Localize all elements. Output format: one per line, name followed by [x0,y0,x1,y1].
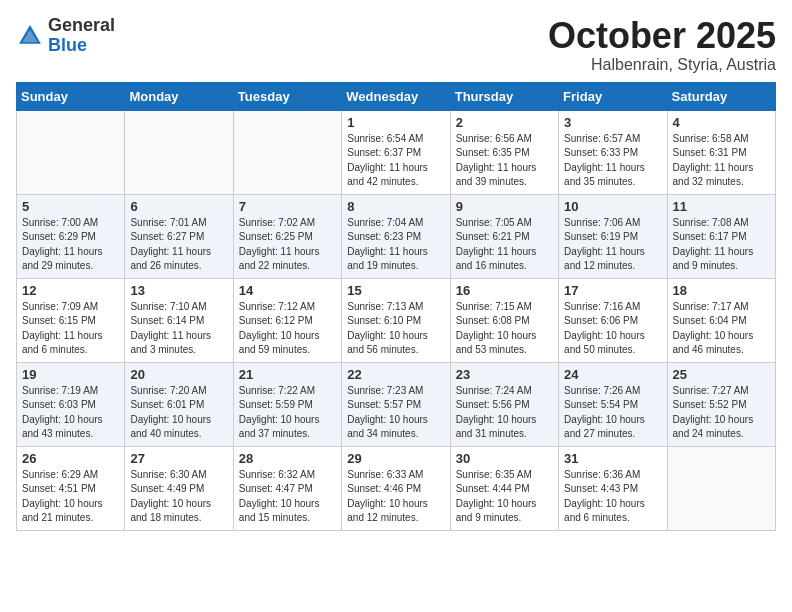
day-info: Sunrise: 7:00 AM Sunset: 6:29 PM Dayligh… [22,216,119,274]
calendar-week-row: 26Sunrise: 6:29 AM Sunset: 4:51 PM Dayli… [17,446,776,530]
weekday-header: Wednesday [342,82,450,110]
day-number: 16 [456,283,553,298]
calendar-cell: 30Sunrise: 6:35 AM Sunset: 4:44 PM Dayli… [450,446,558,530]
day-info: Sunrise: 7:13 AM Sunset: 6:10 PM Dayligh… [347,300,444,358]
calendar-cell: 13Sunrise: 7:10 AM Sunset: 6:14 PM Dayli… [125,278,233,362]
calendar-cell: 1Sunrise: 6:54 AM Sunset: 6:37 PM Daylig… [342,110,450,194]
calendar-cell [17,110,125,194]
day-info: Sunrise: 6:33 AM Sunset: 4:46 PM Dayligh… [347,468,444,526]
calendar-cell [667,446,775,530]
day-number: 2 [456,115,553,130]
day-number: 27 [130,451,227,466]
day-info: Sunrise: 7:27 AM Sunset: 5:52 PM Dayligh… [673,384,770,442]
calendar-week-row: 1Sunrise: 6:54 AM Sunset: 6:37 PM Daylig… [17,110,776,194]
title-block: October 2025 Halbenrain, Styria, Austria [548,16,776,74]
calendar-cell: 27Sunrise: 6:30 AM Sunset: 4:49 PM Dayli… [125,446,233,530]
calendar-cell [125,110,233,194]
calendar-cell [233,110,341,194]
day-info: Sunrise: 7:23 AM Sunset: 5:57 PM Dayligh… [347,384,444,442]
calendar-cell: 5Sunrise: 7:00 AM Sunset: 6:29 PM Daylig… [17,194,125,278]
day-number: 25 [673,367,770,382]
day-info: Sunrise: 7:01 AM Sunset: 6:27 PM Dayligh… [130,216,227,274]
weekday-header: Saturday [667,82,775,110]
day-info: Sunrise: 7:24 AM Sunset: 5:56 PM Dayligh… [456,384,553,442]
page-header: General Blue October 2025 Halbenrain, St… [16,16,776,74]
calendar: SundayMondayTuesdayWednesdayThursdayFrid… [16,82,776,531]
calendar-cell: 10Sunrise: 7:06 AM Sunset: 6:19 PM Dayli… [559,194,667,278]
calendar-cell: 3Sunrise: 6:57 AM Sunset: 6:33 PM Daylig… [559,110,667,194]
day-info: Sunrise: 7:09 AM Sunset: 6:15 PM Dayligh… [22,300,119,358]
day-number: 10 [564,199,661,214]
calendar-cell: 31Sunrise: 6:36 AM Sunset: 4:43 PM Dayli… [559,446,667,530]
calendar-cell: 8Sunrise: 7:04 AM Sunset: 6:23 PM Daylig… [342,194,450,278]
logo: General Blue [16,16,115,56]
day-number: 19 [22,367,119,382]
day-info: Sunrise: 7:26 AM Sunset: 5:54 PM Dayligh… [564,384,661,442]
calendar-cell: 29Sunrise: 6:33 AM Sunset: 4:46 PM Dayli… [342,446,450,530]
day-number: 1 [347,115,444,130]
calendar-cell: 20Sunrise: 7:20 AM Sunset: 6:01 PM Dayli… [125,362,233,446]
calendar-cell: 4Sunrise: 6:58 AM Sunset: 6:31 PM Daylig… [667,110,775,194]
calendar-cell: 21Sunrise: 7:22 AM Sunset: 5:59 PM Dayli… [233,362,341,446]
calendar-cell: 26Sunrise: 6:29 AM Sunset: 4:51 PM Dayli… [17,446,125,530]
day-number: 6 [130,199,227,214]
day-number: 3 [564,115,661,130]
calendar-cell: 18Sunrise: 7:17 AM Sunset: 6:04 PM Dayli… [667,278,775,362]
calendar-week-row: 12Sunrise: 7:09 AM Sunset: 6:15 PM Dayli… [17,278,776,362]
day-info: Sunrise: 6:36 AM Sunset: 4:43 PM Dayligh… [564,468,661,526]
calendar-cell: 12Sunrise: 7:09 AM Sunset: 6:15 PM Dayli… [17,278,125,362]
weekday-header: Friday [559,82,667,110]
calendar-cell: 6Sunrise: 7:01 AM Sunset: 6:27 PM Daylig… [125,194,233,278]
day-info: Sunrise: 7:17 AM Sunset: 6:04 PM Dayligh… [673,300,770,358]
calendar-cell: 15Sunrise: 7:13 AM Sunset: 6:10 PM Dayli… [342,278,450,362]
weekday-header: Sunday [17,82,125,110]
day-number: 12 [22,283,119,298]
day-number: 23 [456,367,553,382]
day-number: 5 [22,199,119,214]
calendar-week-row: 19Sunrise: 7:19 AM Sunset: 6:03 PM Dayli… [17,362,776,446]
calendar-cell: 7Sunrise: 7:02 AM Sunset: 6:25 PM Daylig… [233,194,341,278]
day-number: 8 [347,199,444,214]
day-number: 4 [673,115,770,130]
day-info: Sunrise: 7:04 AM Sunset: 6:23 PM Dayligh… [347,216,444,274]
calendar-cell: 25Sunrise: 7:27 AM Sunset: 5:52 PM Dayli… [667,362,775,446]
calendar-cell: 2Sunrise: 6:56 AM Sunset: 6:35 PM Daylig… [450,110,558,194]
day-number: 29 [347,451,444,466]
day-number: 24 [564,367,661,382]
day-number: 31 [564,451,661,466]
weekday-header: Tuesday [233,82,341,110]
calendar-cell: 19Sunrise: 7:19 AM Sunset: 6:03 PM Dayli… [17,362,125,446]
day-info: Sunrise: 6:35 AM Sunset: 4:44 PM Dayligh… [456,468,553,526]
logo-blue: Blue [48,35,87,55]
day-info: Sunrise: 6:58 AM Sunset: 6:31 PM Dayligh… [673,132,770,190]
day-number: 11 [673,199,770,214]
day-info: Sunrise: 7:19 AM Sunset: 6:03 PM Dayligh… [22,384,119,442]
day-info: Sunrise: 6:54 AM Sunset: 6:37 PM Dayligh… [347,132,444,190]
logo-general: General [48,15,115,35]
day-number: 15 [347,283,444,298]
day-info: Sunrise: 7:02 AM Sunset: 6:25 PM Dayligh… [239,216,336,274]
day-info: Sunrise: 7:15 AM Sunset: 6:08 PM Dayligh… [456,300,553,358]
calendar-cell: 16Sunrise: 7:15 AM Sunset: 6:08 PM Dayli… [450,278,558,362]
weekday-header: Monday [125,82,233,110]
location: Halbenrain, Styria, Austria [548,56,776,74]
day-info: Sunrise: 6:30 AM Sunset: 4:49 PM Dayligh… [130,468,227,526]
day-info: Sunrise: 6:57 AM Sunset: 6:33 PM Dayligh… [564,132,661,190]
calendar-cell: 24Sunrise: 7:26 AM Sunset: 5:54 PM Dayli… [559,362,667,446]
calendar-cell: 22Sunrise: 7:23 AM Sunset: 5:57 PM Dayli… [342,362,450,446]
day-info: Sunrise: 7:20 AM Sunset: 6:01 PM Dayligh… [130,384,227,442]
day-number: 13 [130,283,227,298]
weekday-header-row: SundayMondayTuesdayWednesdayThursdayFrid… [17,82,776,110]
day-number: 21 [239,367,336,382]
day-number: 22 [347,367,444,382]
day-info: Sunrise: 7:08 AM Sunset: 6:17 PM Dayligh… [673,216,770,274]
day-number: 20 [130,367,227,382]
day-info: Sunrise: 7:05 AM Sunset: 6:21 PM Dayligh… [456,216,553,274]
day-number: 18 [673,283,770,298]
day-number: 30 [456,451,553,466]
day-info: Sunrise: 7:10 AM Sunset: 6:14 PM Dayligh… [130,300,227,358]
calendar-week-row: 5Sunrise: 7:00 AM Sunset: 6:29 PM Daylig… [17,194,776,278]
calendar-cell: 9Sunrise: 7:05 AM Sunset: 6:21 PM Daylig… [450,194,558,278]
day-number: 9 [456,199,553,214]
day-number: 7 [239,199,336,214]
